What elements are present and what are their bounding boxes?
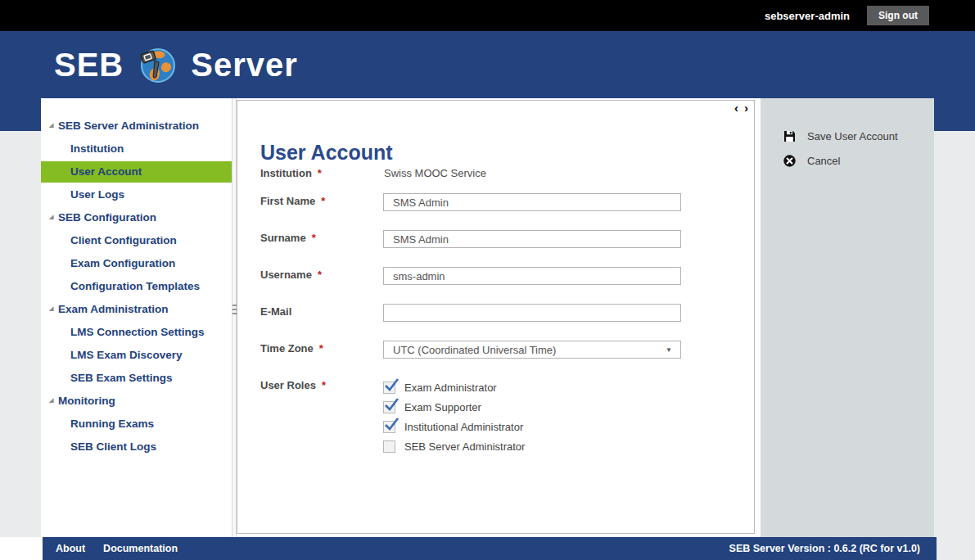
field-row-e-mail: E-Mail	[260, 305, 735, 325]
required-marker: *	[322, 379, 326, 391]
field-label-surname: Surname*	[260, 232, 316, 244]
sidebar-item-label: Monitoring	[58, 391, 115, 412]
history-navigation: ‹ ›	[734, 102, 748, 115]
left-edge-gray	[0, 131, 41, 537]
required-marker: *	[321, 195, 325, 207]
checkbox-unchecked-icon[interactable]	[383, 440, 395, 453]
first-name-field[interactable]	[383, 193, 681, 211]
top-bar: sebserver-admin Sign out	[0, 0, 975, 31]
role-checkbox-institutional-administrator[interactable]: Institutional Administrator	[383, 420, 523, 433]
sign-out-button[interactable]: Sign out	[867, 6, 929, 25]
circle-x-icon	[783, 155, 796, 167]
required-marker: *	[319, 342, 323, 355]
checkbox-checked-icon[interactable]	[383, 382, 395, 394]
username-field[interactable]	[383, 267, 681, 285]
required-marker: *	[318, 269, 322, 281]
field-label-time-zone: Time Zone*	[260, 342, 323, 355]
selected-option-label: UTC (Coordinated Universal Time)	[393, 344, 556, 356]
sidebar-item-exam-configuration[interactable]: Exam Configuration	[41, 253, 232, 274]
sidebar-item-institution[interactable]: Institution	[41, 138, 232, 160]
page-title: User Account	[260, 141, 393, 165]
tree-expand-icon[interactable]: ◢	[49, 206, 58, 228]
sidebar-item-label: Exam Administration	[58, 299, 169, 320]
sidebar-item-user-account[interactable]: User Account	[41, 161, 232, 183]
floppy-disk-icon	[783, 130, 796, 142]
sidebar-item-client-configuration[interactable]: Client Configuration	[41, 230, 232, 251]
navigate-forward-icon[interactable]: ›	[744, 102, 748, 115]
version-label: SEB Server Version : 0.6.2 (RC for v1.0)	[729, 543, 920, 554]
sidebar-item-lms-exam-discovery[interactable]: LMS Exam Discovery	[41, 345, 232, 366]
field-row-time-zone: Time Zone*UTC (Coordinated Universal Tim…	[260, 342, 735, 362]
e-mail-field[interactable]	[383, 304, 681, 322]
role-checkbox-label: Exam Supporter	[404, 401, 481, 413]
seb-server-app: sebserver-admin Sign out SEB Server ◢SEB…	[0, 0, 975, 560]
surname-field[interactable]	[383, 230, 681, 248]
documentation-link[interactable]: Documentation	[103, 543, 178, 554]
field-row-username: Username*	[260, 269, 735, 288]
checkbox-checked-icon[interactable]	[383, 421, 395, 433]
tree-expand-icon[interactable]: ◢	[49, 390, 58, 411]
field-label-first-name: First Name*	[260, 195, 325, 207]
sidebar-item-label: SEB Server Administration	[58, 115, 199, 137]
sidebar-item-label: SEB Configuration	[58, 207, 156, 228]
role-checkbox-label: Institutional Administrator	[404, 421, 523, 433]
cancel-button-label: Cancel	[807, 155, 840, 167]
tree-expand-icon[interactable]: ◢	[49, 298, 58, 319]
navigate-back-icon[interactable]: ‹	[734, 102, 738, 115]
field-label-user-roles: User Roles*	[260, 379, 326, 391]
logged-in-username: sebserver-admin	[765, 10, 850, 22]
sidebar-item-label: SEB Exam Settings	[70, 368, 173, 389]
save-button-label: Save User Account	[807, 130, 898, 142]
left-edge-blue	[0, 98, 41, 131]
logo-text-seb: SEB	[54, 47, 124, 84]
sidebar-item-label: User Account	[70, 161, 142, 183]
sidebar-item-running-exams[interactable]: Running Exams	[41, 413, 232, 435]
sidebar-item-seb-configuration[interactable]: ◢SEB Configuration	[41, 207, 232, 228]
time-zone-select[interactable]: UTC (Coordinated Universal Time)▼	[383, 341, 681, 359]
sidebar-navigation: ◢SEB Server AdministrationInstitutionUse…	[41, 98, 232, 537]
sidebar-item-label: Configuration Templates	[70, 276, 200, 297]
cancel-button[interactable]: Cancel	[761, 152, 934, 169]
sidebar-item-label: LMS Connection Settings	[70, 322, 205, 343]
logo-text-server: Server	[191, 47, 298, 84]
sidebar-item-label: Institution	[70, 138, 124, 160]
field-label-institution: Institution*	[260, 167, 322, 179]
footer-bar: About Documentation SEB Server Version :…	[43, 537, 937, 560]
sidebar-item-label: Client Configuration	[70, 230, 177, 251]
dropdown-arrow-icon: ▼	[666, 346, 672, 354]
right-edge-gray	[934, 131, 975, 560]
save-user-account-button[interactable]: Save User Account	[761, 128, 934, 144]
sidebar-item-monitoring[interactable]: ◢Monitoring	[41, 391, 232, 412]
sidebar-item-lms-connection-settings[interactable]: LMS Connection Settings	[41, 322, 232, 343]
field-row-user-roles: User Roles*Exam AdministratorExam Suppor…	[260, 379, 735, 461]
field-row-institution: Institution*Swiss MOOC Service	[260, 167, 735, 187]
sidebar-item-label: SEB Client Logs	[70, 436, 156, 458]
role-checkbox-exam-supporter[interactable]: Exam Supporter	[383, 400, 481, 413]
field-row-first-name: First Name*	[260, 195, 735, 215]
role-checkbox-seb-server-administrator[interactable]: SEB Server Administrator	[383, 440, 525, 453]
role-checkbox-label: Exam Administrator	[404, 382, 497, 394]
seb-globe-beamer-icon	[138, 46, 176, 84]
sidebar-item-label: LMS Exam Discovery	[70, 345, 183, 366]
app-header: SEB Server	[0, 31, 975, 98]
sidebar-item-seb-exam-settings[interactable]: SEB Exam Settings	[41, 368, 232, 389]
user-account-form-panel: ‹ › User Account Institution*Swiss MOOC …	[237, 100, 755, 534]
required-marker: *	[318, 167, 322, 179]
sidebar-item-configuration-templates[interactable]: Configuration Templates	[41, 276, 232, 297]
field-value-institution: Swiss MOOC Service	[384, 167, 486, 179]
field-label-username: Username*	[260, 269, 322, 281]
sidebar-item-seb-server-administration[interactable]: ◢SEB Server Administration	[41, 115, 232, 137]
checkbox-checked-icon[interactable]	[383, 401, 395, 413]
sidebar-item-exam-administration[interactable]: ◢Exam Administration	[41, 299, 232, 320]
sidebar-item-seb-client-logs[interactable]: SEB Client Logs	[41, 436, 232, 458]
sidebar-item-user-logs[interactable]: User Logs	[41, 184, 232, 205]
about-link[interactable]: About	[56, 543, 85, 554]
role-checkbox-label: SEB Server Administrator	[404, 440, 525, 453]
field-label-e-mail: E-Mail	[260, 305, 291, 318]
role-checkbox-exam-administrator[interactable]: Exam Administrator	[383, 381, 497, 394]
required-marker: *	[312, 232, 316, 244]
sidebar-item-label: Running Exams	[70, 413, 154, 435]
right-edge-blue	[934, 98, 975, 131]
action-panel: Save User Account Cancel	[761, 98, 934, 537]
tree-expand-icon[interactable]: ◢	[49, 115, 58, 136]
